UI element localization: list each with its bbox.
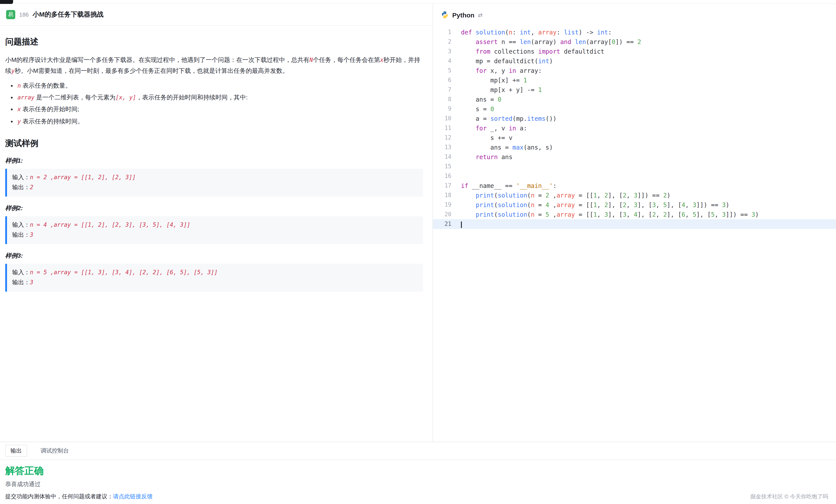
code-text[interactable]: s = 0 — [461, 104, 836, 114]
sample-output-line: 输出：3 — [12, 230, 418, 240]
code-line[interactable]: 3 from collections import defaultdict — [433, 47, 836, 56]
sample-label: 样例3: — [5, 252, 423, 260]
code-line[interactable]: 12 s += v — [433, 133, 836, 142]
line-number[interactable]: 18 — [433, 191, 461, 200]
line-number[interactable]: 14 — [433, 152, 461, 162]
line-number[interactable]: 9 — [433, 104, 461, 114]
code-line[interactable]: 9 s = 0 — [433, 104, 836, 114]
line-number[interactable]: 15 — [433, 162, 461, 171]
code-line[interactable]: 18 print(solution(n = 2 ,array = [[1, 2]… — [433, 191, 836, 200]
code-line[interactable]: 4 mp = defaultdict(int) — [433, 56, 836, 66]
line-number[interactable]: 16 — [433, 171, 461, 181]
line-number[interactable]: 12 — [433, 133, 461, 142]
code-text[interactable]: for x, y in array: — [461, 66, 836, 75]
feedback-prefix: 提交功能内测体验中，任何问题或者建议： — [5, 493, 113, 500]
code-editor[interactable]: 1def solution(n: int, array: list) -> in… — [433, 26, 836, 442]
code-text[interactable] — [461, 219, 836, 229]
line-number[interactable]: 2 — [433, 37, 461, 47]
samples-heading: 测试样例 — [5, 138, 423, 149]
line-number[interactable]: 1 — [433, 27, 461, 37]
line-number[interactable]: 17 — [433, 181, 461, 191]
code-text[interactable]: mp = defaultdict(int) — [461, 56, 836, 66]
language-label[interactable]: Python — [452, 11, 474, 19]
bullet-item: x 表示任务的开始时间; — [17, 103, 423, 116]
feedback-link[interactable]: 请点此链接反馈 — [113, 493, 153, 500]
inline-code: array — [17, 94, 35, 101]
bullet-item: y 表示任务的持续时间。 — [17, 115, 423, 127]
code-text[interactable]: assert n == len(array) and len(array[0])… — [461, 37, 836, 47]
code-line[interactable]: 11 for _, v in a: — [433, 123, 836, 133]
code-text[interactable]: print(solution(n = 5 ,array = [[1, 3], [… — [461, 210, 836, 219]
code-line[interactable]: 10 a = sorted(mp.items()) — [433, 114, 836, 123]
sample-input-code: n = 4 ,array = [[1, 2], [2, 3], [3, 5], … — [30, 221, 190, 228]
feedback-text: 提交功能内测体验中，任何问题或者建议：请点此链接反馈 — [5, 493, 153, 501]
line-number[interactable]: 4 — [433, 56, 461, 66]
code-text[interactable]: def solution(n: int, array: list) -> int… — [461, 27, 836, 37]
line-number[interactable]: 13 — [433, 142, 461, 152]
sample-input-line: 输入：n = 5 ,array = [[1, 3], [3, 4], [2, 2… — [12, 268, 418, 278]
problem-content: 问题描述 小M的程序设计大作业是编写一个多任务下载器。在实现过程中，他遇到了一个… — [0, 26, 433, 442]
sample-case-1: 样例1: 输入：n = 2 ,array = [[1, 2], [2, 3]] … — [5, 157, 423, 197]
problem-title: 小M的多任务下载器挑战 — [33, 11, 103, 19]
code-line[interactable]: 2 assert n == len(array) and len(array[0… — [433, 37, 836, 47]
code-line[interactable]: 5 for x, y in array: — [433, 66, 836, 75]
code-text[interactable]: from collections import defaultdict — [461, 47, 836, 56]
output-tabs: 输出 调试控制台 — [0, 442, 836, 460]
code-text[interactable]: a = sorted(mp.items()) — [461, 114, 836, 123]
code-line[interactable]: 1def solution(n: int, array: list) -> in… — [433, 27, 836, 37]
inline-code: x — [380, 57, 383, 63]
line-number[interactable]: 10 — [433, 114, 461, 123]
sample-input-label: 输入： — [12, 269, 30, 275]
code-text[interactable]: mp[x] += 1 — [461, 75, 836, 85]
language-switch-icon[interactable]: ⇄ — [478, 12, 483, 18]
sample-output-label: 输出： — [12, 232, 30, 238]
result-title: 解答正确 — [5, 464, 830, 478]
code-text[interactable]: print(solution(n = 4 ,array = [[1, 2], [… — [461, 200, 836, 210]
description-heading: 问题描述 — [5, 36, 423, 47]
tab-output[interactable]: 输出 — [5, 445, 27, 457]
inline-code: n — [17, 82, 21, 89]
code-text[interactable]: s += v — [461, 133, 836, 142]
code-text[interactable]: ans = max(ans, s) — [461, 142, 836, 152]
code-text[interactable] — [461, 162, 836, 171]
code-line[interactable]: 7 mp[x + y] -= 1 — [433, 85, 836, 95]
code-text[interactable]: mp[x + y] -= 1 — [461, 85, 836, 95]
line-number[interactable]: 8 — [433, 95, 461, 104]
line-number[interactable]: 6 — [433, 75, 461, 85]
line-number[interactable]: 3 — [433, 47, 461, 56]
code-text[interactable]: return ans — [461, 152, 836, 162]
code-text[interactable]: if __name__ == '__main__': — [461, 181, 836, 191]
line-number[interactable]: 11 — [433, 123, 461, 133]
code-line[interactable]: 14 return ans — [433, 152, 836, 162]
difficulty-badge: 易 — [6, 10, 15, 19]
problem-paragraph: 小M的程序设计大作业是编写一个多任务下载器。在实现过程中，他遇到了一个问题：在一… — [5, 55, 423, 76]
code-text[interactable]: ans = 0 — [461, 95, 836, 104]
line-number[interactable]: 21 — [433, 219, 461, 229]
code-line[interactable]: 20 print(solution(n = 5 ,array = [[1, 3]… — [433, 210, 836, 219]
result-subtitle: 恭喜成功通过 — [5, 481, 830, 488]
sample-input-code: n = 5 ,array = [[1, 3], [3, 4], [2, 2], … — [30, 269, 217, 275]
code-text[interactable]: for _, v in a: — [461, 123, 836, 133]
code-line[interactable]: 16 — [433, 171, 836, 181]
code-line[interactable]: 13 ans = max(ans, s) — [433, 142, 836, 152]
sample-case-3: 样例3: 输入：n = 5 ,array = [[1, 3], [3, 4], … — [5, 252, 423, 292]
sample-output-code: 3 — [30, 232, 33, 238]
top-left-notch — [0, 0, 13, 4]
code-line[interactable]: 19 print(solution(n = 4 ,array = [[1, 2]… — [433, 200, 836, 210]
code-text[interactable]: print(solution(n = 2 ,array = [[1, 2], [… — [461, 191, 836, 200]
sample-input-line: 输入：n = 2 ,array = [[1, 2], [2, 3]] — [12, 173, 418, 183]
code-text[interactable] — [461, 171, 836, 181]
code-line[interactable]: 21 — [433, 219, 836, 229]
bullet-item: n 表示任务的数量。 — [17, 80, 423, 92]
code-line[interactable]: 8 ans = 0 — [433, 95, 836, 104]
line-number[interactable]: 19 — [433, 200, 461, 210]
line-number[interactable]: 20 — [433, 210, 461, 219]
code-line[interactable]: 17if __name__ == '__main__': — [433, 181, 836, 191]
inline-code: y — [17, 118, 21, 124]
sample-output-line: 输出：3 — [12, 277, 418, 288]
tab-debug-console[interactable]: 调试控制台 — [36, 445, 74, 457]
line-number[interactable]: 7 — [433, 85, 461, 95]
code-line[interactable]: 15 — [433, 162, 836, 171]
line-number[interactable]: 5 — [433, 66, 461, 75]
code-line[interactable]: 6 mp[x] += 1 — [433, 75, 836, 85]
